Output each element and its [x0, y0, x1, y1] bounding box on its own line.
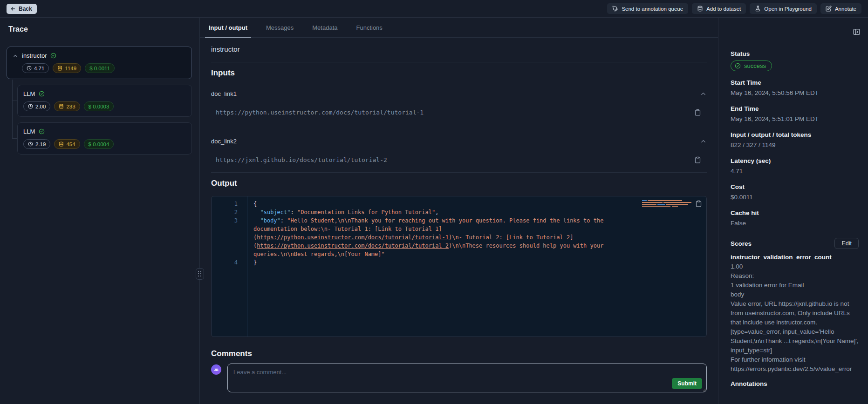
cache-hit-label: Cache hit [731, 209, 859, 216]
cost-badge: $ 0.0004 [84, 139, 114, 149]
tree-connector [12, 138, 17, 139]
end-time-label: End Time [731, 105, 859, 112]
chevron-up-icon [700, 90, 707, 97]
collapse-section-button[interactable] [700, 90, 707, 97]
main-content: Input / output Messages Metadata Functio… [200, 18, 718, 404]
button-label: Open in Playground [764, 6, 812, 12]
node-label: LLM [23, 128, 35, 135]
divider [211, 125, 707, 125]
cost-badge: $ 0.0011 [85, 63, 115, 73]
cost-badge: $ 0.0003 [84, 101, 114, 111]
add-to-dataset-button[interactable]: Add to dataset [692, 3, 746, 14]
start-time-label: Start Time [731, 79, 859, 86]
io-tab-content: instructor Inputs doc_link1 https://pyth… [200, 45, 718, 394]
database-icon [59, 141, 64, 147]
code-minimap [642, 200, 693, 209]
cost-value: $0.0011 [731, 193, 859, 202]
divider [211, 62, 707, 62]
start-time-value: May 16, 2024, 5:50:56 PM EDT [731, 88, 859, 97]
trace-node-llm-1[interactable]: LLM 2.00 233 $ 0.0003 [17, 85, 192, 117]
trace-node-llm-2[interactable]: LLM 2.19 454 $ 0.0004 [17, 122, 192, 155]
copy-button[interactable] [694, 156, 701, 163]
gutter-divider [247, 196, 247, 337]
database-icon [57, 66, 62, 71]
score-detail: 1.00 Reason: 1 validation error for Emai… [731, 262, 859, 374]
line-number: 1 [212, 200, 247, 208]
inputs-heading: Inputs [211, 68, 707, 78]
cache-hit-value: False [731, 219, 859, 228]
tokens-badge: 454 [54, 139, 80, 149]
score-name: instructor_validation_error_count [731, 254, 859, 261]
tab-bar: Input / output Messages Metadata Functio… [200, 18, 718, 38]
line-number: 3 [212, 216, 247, 258]
latency-label: Latency (sec) [731, 157, 859, 164]
input-value-doc-link1: https://python.useinstructor.com/docs/tu… [211, 109, 424, 116]
collapse-sidebar-button[interactable] [853, 28, 861, 36]
clock-icon [28, 141, 33, 147]
latency-badge: 2.19 [23, 139, 50, 149]
code-line: 2 "subject": "Documentation Links for Py… [212, 208, 706, 216]
panel-resize-handle[interactable] [196, 268, 204, 280]
flask-icon [755, 6, 761, 12]
input-value-doc-link2: https://jxnl.github.io/docs/tutorial/tut… [211, 156, 387, 163]
end-time-value: May 16, 2024, 5:51:01 PM EDT [731, 114, 859, 123]
tab-metadata[interactable]: Metadata [311, 18, 338, 37]
annotate-icon [826, 6, 832, 12]
line-number: 2 [212, 208, 247, 216]
copy-button[interactable] [694, 109, 701, 116]
input-key-doc-link2: doc_link2 [211, 138, 237, 145]
clipboard-icon [694, 156, 701, 163]
success-check-icon [735, 63, 741, 69]
code-line: 1 { [212, 200, 706, 208]
grip-dots-icon [198, 271, 202, 277]
tree-connector [12, 101, 17, 101]
success-check-icon [39, 128, 45, 135]
output-code-block: 1 { 2 "subject": "Documentation Links fo… [211, 196, 707, 337]
status-label: Status [731, 50, 859, 57]
submit-comment-button[interactable]: Submit [672, 378, 702, 389]
run-title: instructor [211, 45, 707, 53]
tab-input-output[interactable]: Input / output [208, 18, 248, 37]
latency-value: 4.71 [731, 167, 859, 175]
tutorial-1-link[interactable]: https://python.useinstructor.com/docs/tu… [257, 234, 449, 241]
arrow-left-icon [10, 6, 16, 12]
tutorial-2-link[interactable]: https://python.useinstructor.com/docs/tu… [257, 242, 449, 249]
open-in-playground-button[interactable]: Open in Playground [750, 3, 817, 14]
annotate-button[interactable]: Annotate [820, 3, 861, 14]
database-icon [697, 6, 703, 12]
chevron-up-icon[interactable] [13, 53, 18, 59]
clock-icon [28, 104, 33, 109]
trace-node-instructor[interactable]: instructor 4.71 1149 $ 0.0011 [7, 47, 192, 79]
tokens-value: 822 / 327 / 1149 [731, 141, 859, 149]
code-line: 4 } [212, 258, 706, 267]
success-check-icon [39, 91, 45, 97]
annotations-heading: Annotations [731, 380, 859, 387]
tokens-badge: 1149 [53, 63, 81, 73]
node-label: instructor [22, 52, 47, 59]
chevron-up-icon [700, 138, 707, 145]
tab-messages[interactable]: Messages [265, 18, 294, 37]
details-sidebar: Status success Start Time May 16, 2024, … [718, 18, 868, 404]
scores-label: Scores [731, 240, 752, 247]
copy-output-button[interactable] [695, 200, 702, 207]
tokens-label: Input / output / total tokens [731, 131, 859, 138]
status-badge: success [731, 61, 772, 71]
edit-scores-button[interactable]: Edit [834, 238, 859, 249]
input-key-doc-link1: doc_link1 [211, 90, 237, 97]
line-number: 4 [212, 258, 247, 267]
button-label: Annotate [835, 6, 856, 12]
cost-label: Cost [731, 183, 859, 190]
clipboard-icon [694, 109, 701, 116]
panel-collapse-icon [853, 28, 861, 36]
trace-tree-panel: Trace instructor 4.71 1149 $ 0.0011 LLM … [0, 18, 200, 404]
send-to-annotation-queue-button[interactable]: Send to annotation queue [607, 3, 688, 14]
divider [211, 172, 707, 173]
button-label: Send to annotation queue [622, 6, 683, 12]
user-avatar: JB [211, 364, 221, 375]
collapse-section-button[interactable] [700, 138, 707, 145]
back-button[interactable]: Back [7, 4, 37, 14]
toolbar-actions: Send to annotation queue Add to dataset … [607, 3, 861, 14]
tab-functions[interactable]: Functions [355, 18, 383, 37]
top-toolbar: Back Send to annotation queue Add to dat… [0, 0, 868, 18]
comment-input[interactable] [227, 364, 707, 392]
